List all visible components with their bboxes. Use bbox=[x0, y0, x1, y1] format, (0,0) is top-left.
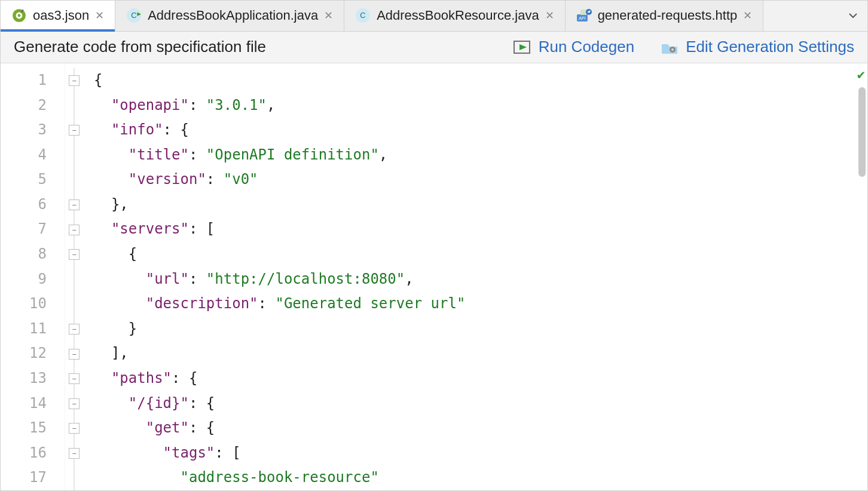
line-number: 8 bbox=[1, 242, 65, 267]
code-line: ], bbox=[94, 341, 867, 366]
tab-label: oas3.json bbox=[33, 8, 89, 23]
code-line: { bbox=[94, 242, 867, 267]
code-line: "servers": [ bbox=[94, 217, 867, 242]
fold-toggle[interactable]: − bbox=[69, 249, 80, 260]
code-line: "address-book-resource" bbox=[94, 465, 867, 490]
code-line: "title": "OpenAPI definition", bbox=[94, 143, 867, 168]
banner-title: Generate code from specification file bbox=[14, 38, 266, 56]
line-number: 13 bbox=[1, 366, 65, 391]
svg-point-2 bbox=[18, 14, 21, 17]
fold-toggle[interactable]: − bbox=[69, 398, 80, 409]
run-icon bbox=[514, 39, 531, 55]
fold-toggle[interactable]: − bbox=[69, 324, 80, 335]
fold-toggle[interactable]: − bbox=[69, 373, 80, 384]
code-line: }, bbox=[94, 192, 867, 217]
line-number: 3 bbox=[1, 118, 65, 143]
gutter: 1234567891011121314151617 bbox=[1, 63, 65, 490]
code-line: "url": "http://localhost:8080", bbox=[94, 267, 867, 292]
tab-addressbook-application[interactable]: C AddressBookApplication.java ✕ bbox=[115, 1, 344, 31]
edit-generation-settings-link[interactable]: Edit Generation Settings bbox=[661, 38, 854, 56]
line-number: 1 bbox=[1, 68, 65, 93]
line-number: 4 bbox=[1, 143, 65, 168]
line-number: 11 bbox=[1, 317, 65, 342]
fold-toggle[interactable]: − bbox=[69, 75, 80, 86]
svg-text:C: C bbox=[360, 11, 365, 20]
more-tabs-button[interactable] bbox=[839, 1, 867, 31]
folder-gear-icon bbox=[661, 39, 678, 55]
line-number: 15 bbox=[1, 416, 65, 441]
openapi-icon bbox=[11, 8, 27, 23]
fold-toggle[interactable]: − bbox=[69, 448, 80, 459]
tab-bar: oas3.json ✕ C AddressBookApplication.jav… bbox=[1, 1, 867, 32]
fold-column: −−−−−−−−−−− bbox=[65, 63, 84, 490]
line-number: 2 bbox=[1, 93, 65, 118]
line-number: 14 bbox=[1, 391, 65, 416]
close-icon[interactable]: ✕ bbox=[743, 10, 752, 21]
code-area[interactable]: { "openapi": "3.0.1", "info": { "title":… bbox=[65, 63, 867, 490]
line-number: 7 bbox=[1, 217, 65, 242]
code-line: "openapi": "3.0.1", bbox=[94, 93, 867, 118]
java-run-icon: C bbox=[126, 8, 142, 23]
code-line: "info": { bbox=[94, 118, 867, 143]
close-icon[interactable]: ✕ bbox=[545, 10, 554, 21]
close-icon[interactable]: ✕ bbox=[324, 10, 333, 21]
code-line: "get": { bbox=[94, 416, 867, 441]
run-codegen-link[interactable]: Run Codegen bbox=[514, 38, 634, 56]
svg-text:API: API bbox=[579, 16, 585, 20]
tab-oas3-json[interactable]: oas3.json ✕ bbox=[1, 1, 115, 31]
java-class-icon: C bbox=[355, 8, 371, 23]
code-editor[interactable]: 1234567891011121314151617 −−−−−−−−−−− { … bbox=[1, 63, 867, 490]
tabbar-spacer bbox=[763, 1, 839, 31]
svg-point-18 bbox=[671, 48, 674, 51]
editor-window: oas3.json ✕ C AddressBookApplication.jav… bbox=[0, 0, 868, 491]
line-number: 6 bbox=[1, 192, 65, 217]
line-number: 5 bbox=[1, 167, 65, 192]
fold-toggle[interactable]: − bbox=[69, 125, 80, 136]
code-line: } bbox=[94, 317, 867, 342]
code-line: "description": "Generated server url" bbox=[94, 291, 867, 317]
svg-marker-16 bbox=[519, 44, 527, 50]
edit-generation-settings-label: Edit Generation Settings bbox=[686, 38, 854, 56]
tab-label: AddressBookApplication.java bbox=[148, 8, 318, 23]
close-icon[interactable]: ✕ bbox=[95, 10, 104, 21]
run-codegen-label: Run Codegen bbox=[539, 38, 634, 56]
fold-toggle[interactable]: − bbox=[69, 349, 80, 360]
code-line: "/{id}": { bbox=[94, 391, 867, 416]
tab-addressbook-resource[interactable]: C AddressBookResource.java ✕ bbox=[344, 1, 565, 31]
tab-label: AddressBookResource.java bbox=[377, 8, 539, 23]
line-number: 10 bbox=[1, 291, 65, 317]
line-number: 16 bbox=[1, 441, 65, 466]
inspection-ok-icon: ✔ bbox=[857, 67, 865, 82]
fold-toggle[interactable]: − bbox=[69, 423, 80, 434]
svg-rect-11 bbox=[580, 10, 586, 15]
fold-toggle[interactable]: − bbox=[69, 225, 80, 235]
svg-text:C: C bbox=[131, 11, 136, 20]
fold-toggle[interactable]: − bbox=[69, 200, 80, 210]
code-line: "version": "v0" bbox=[94, 167, 867, 192]
error-stripe: ✔ bbox=[857, 63, 867, 490]
line-number: 12 bbox=[1, 341, 65, 366]
code-line: "tags": [ bbox=[94, 441, 867, 466]
http-api-icon: API bbox=[576, 8, 592, 23]
codegen-banner: Generate code from specification file Ru… bbox=[1, 32, 867, 63]
tab-label: generated-requests.http bbox=[598, 8, 738, 23]
line-number: 17 bbox=[1, 465, 65, 490]
tab-generated-requests[interactable]: API generated-requests.http ✕ bbox=[566, 1, 764, 31]
line-number: 9 bbox=[1, 267, 65, 292]
code-line: { bbox=[94, 68, 867, 93]
code-line: "paths": { bbox=[94, 366, 867, 391]
scrollbar-thumb[interactable] bbox=[858, 87, 866, 177]
